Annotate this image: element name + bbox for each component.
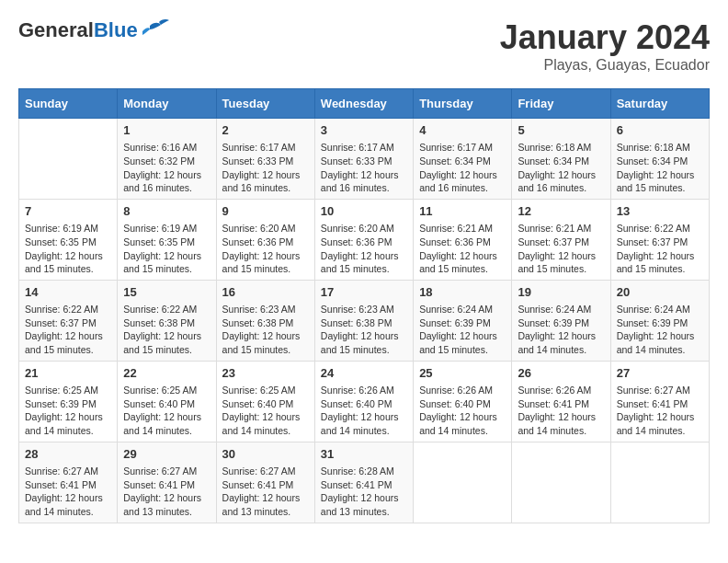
weekday-header-friday: Friday [512,89,610,119]
day-number: 6 [617,122,703,139]
day-number: 13 [617,203,703,220]
day-info: Sunrise: 6:24 AM Sunset: 6:39 PM Dayligh… [518,303,604,357]
day-number: 21 [25,365,111,382]
day-info: Sunrise: 6:24 AM Sunset: 6:39 PM Dayligh… [617,303,703,357]
day-info: Sunrise: 6:25 AM Sunset: 6:40 PM Dayligh… [123,384,210,438]
day-number: 9 [222,203,309,220]
calendar-cell: 4Sunrise: 6:17 AM Sunset: 6:34 PM Daylig… [414,119,512,200]
day-number: 5 [518,122,604,139]
day-info: Sunrise: 6:27 AM Sunset: 6:41 PM Dayligh… [617,384,703,438]
calendar-cell: 6Sunrise: 6:18 AM Sunset: 6:34 PM Daylig… [610,119,709,200]
day-number: 14 [25,284,111,301]
day-info: Sunrise: 6:27 AM Sunset: 6:41 PM Dayligh… [123,465,210,519]
day-number: 26 [518,365,604,382]
calendar-cell: 1Sunrise: 6:16 AM Sunset: 6:32 PM Daylig… [118,119,216,200]
day-info: Sunrise: 6:17 AM Sunset: 6:33 PM Dayligh… [321,141,407,195]
day-info: Sunrise: 6:20 AM Sunset: 6:36 PM Dayligh… [222,222,309,276]
weekday-header-wednesday: Wednesday [314,89,413,119]
calendar-cell: 10Sunrise: 6:20 AM Sunset: 6:36 PM Dayli… [314,199,413,280]
day-info: Sunrise: 6:23 AM Sunset: 6:38 PM Dayligh… [321,303,407,357]
day-number: 1 [123,122,210,139]
day-info: Sunrise: 6:17 AM Sunset: 6:34 PM Dayligh… [419,141,506,195]
weekday-header-row: SundayMondayTuesdayWednesdayThursdayFrid… [19,89,710,119]
day-number: 3 [321,122,407,139]
calendar-cell: 14Sunrise: 6:22 AM Sunset: 6:37 PM Dayli… [19,280,118,361]
day-number: 2 [222,122,309,139]
day-info: Sunrise: 6:22 AM Sunset: 6:38 PM Dayligh… [123,303,210,357]
logo-bird-icon [141,18,170,39]
day-number: 27 [617,365,703,382]
day-number: 15 [123,284,210,301]
calendar-week-row: 1Sunrise: 6:16 AM Sunset: 6:32 PM Daylig… [19,119,710,200]
day-info: Sunrise: 6:16 AM Sunset: 6:32 PM Dayligh… [123,141,210,195]
calendar-cell: 3Sunrise: 6:17 AM Sunset: 6:33 PM Daylig… [314,119,413,200]
calendar-cell: 29Sunrise: 6:27 AM Sunset: 6:41 PM Dayli… [118,442,216,523]
day-number: 19 [518,284,604,301]
day-info: Sunrise: 6:27 AM Sunset: 6:41 PM Dayligh… [222,465,309,519]
location-subtitle: Playas, Guayas, Ecuador [500,57,710,74]
title-block: January 2024 Playas, Guayas, Ecuador [500,18,710,74]
calendar-cell: 25Sunrise: 6:26 AM Sunset: 6:40 PM Dayli… [414,361,512,442]
day-number: 17 [321,284,407,301]
day-number: 11 [419,203,506,220]
day-number: 22 [123,365,210,382]
calendar-cell: 30Sunrise: 6:27 AM Sunset: 6:41 PM Dayli… [216,442,314,523]
calendar-cell: 7Sunrise: 6:19 AM Sunset: 6:35 PM Daylig… [19,199,118,280]
calendar-cell: 31Sunrise: 6:28 AM Sunset: 6:41 PM Dayli… [314,442,413,523]
calendar-cell: 26Sunrise: 6:26 AM Sunset: 6:41 PM Dayli… [512,361,610,442]
day-info: Sunrise: 6:21 AM Sunset: 6:37 PM Dayligh… [518,222,604,276]
day-number: 20 [617,284,703,301]
calendar-week-row: 14Sunrise: 6:22 AM Sunset: 6:37 PM Dayli… [19,280,710,361]
day-number: 4 [419,122,506,139]
calendar-cell: 8Sunrise: 6:19 AM Sunset: 6:35 PM Daylig… [118,199,216,280]
calendar-cell: 20Sunrise: 6:24 AM Sunset: 6:39 PM Dayli… [610,280,709,361]
calendar-table: SundayMondayTuesdayWednesdayThursdayFrid… [18,88,710,523]
calendar-week-row: 7Sunrise: 6:19 AM Sunset: 6:35 PM Daylig… [19,199,710,280]
day-number: 12 [518,203,604,220]
calendar-week-row: 28Sunrise: 6:27 AM Sunset: 6:41 PM Dayli… [19,442,710,523]
page-header: GeneralBlue January 2024 Playas, Guayas,… [18,18,710,74]
day-info: Sunrise: 6:26 AM Sunset: 6:41 PM Dayligh… [518,384,604,438]
logo: GeneralBlue [18,18,170,42]
day-number: 28 [25,446,111,463]
calendar-cell: 18Sunrise: 6:24 AM Sunset: 6:39 PM Dayli… [414,280,512,361]
day-info: Sunrise: 6:20 AM Sunset: 6:36 PM Dayligh… [321,222,407,276]
weekday-header-saturday: Saturday [610,89,709,119]
calendar-cell: 2Sunrise: 6:17 AM Sunset: 6:33 PM Daylig… [216,119,314,200]
day-number: 31 [321,446,407,463]
calendar-week-row: 21Sunrise: 6:25 AM Sunset: 6:39 PM Dayli… [19,361,710,442]
calendar-cell: 28Sunrise: 6:27 AM Sunset: 6:41 PM Dayli… [19,442,118,523]
day-number: 7 [25,203,111,220]
day-info: Sunrise: 6:17 AM Sunset: 6:33 PM Dayligh… [222,141,309,195]
day-info: Sunrise: 6:22 AM Sunset: 6:37 PM Dayligh… [617,222,703,276]
calendar-cell: 22Sunrise: 6:25 AM Sunset: 6:40 PM Dayli… [118,361,216,442]
calendar-cell: 24Sunrise: 6:26 AM Sunset: 6:40 PM Dayli… [314,361,413,442]
calendar-cell: 12Sunrise: 6:21 AM Sunset: 6:37 PM Dayli… [512,199,610,280]
calendar-cell [512,442,610,523]
day-info: Sunrise: 6:27 AM Sunset: 6:41 PM Dayligh… [25,465,111,519]
day-number: 30 [222,446,309,463]
weekday-header-monday: Monday [118,89,216,119]
day-number: 24 [321,365,407,382]
calendar-cell [610,442,709,523]
day-info: Sunrise: 6:26 AM Sunset: 6:40 PM Dayligh… [419,384,506,438]
day-info: Sunrise: 6:21 AM Sunset: 6:36 PM Dayligh… [419,222,506,276]
calendar-cell: 23Sunrise: 6:25 AM Sunset: 6:40 PM Dayli… [216,361,314,442]
day-number: 23 [222,365,309,382]
day-number: 29 [123,446,210,463]
calendar-cell: 9Sunrise: 6:20 AM Sunset: 6:36 PM Daylig… [216,199,314,280]
calendar-cell: 16Sunrise: 6:23 AM Sunset: 6:38 PM Dayli… [216,280,314,361]
calendar-cell: 15Sunrise: 6:22 AM Sunset: 6:38 PM Dayli… [118,280,216,361]
day-number: 8 [123,203,210,220]
day-number: 18 [419,284,506,301]
calendar-cell: 5Sunrise: 6:18 AM Sunset: 6:34 PM Daylig… [512,119,610,200]
day-info: Sunrise: 6:18 AM Sunset: 6:34 PM Dayligh… [518,141,604,195]
calendar-cell: 17Sunrise: 6:23 AM Sunset: 6:38 PM Dayli… [314,280,413,361]
day-info: Sunrise: 6:25 AM Sunset: 6:39 PM Dayligh… [25,384,111,438]
day-number: 25 [419,365,506,382]
logo-text: GeneralBlue [18,18,138,42]
day-info: Sunrise: 6:19 AM Sunset: 6:35 PM Dayligh… [123,222,210,276]
month-year-title: January 2024 [500,18,710,57]
day-info: Sunrise: 6:24 AM Sunset: 6:39 PM Dayligh… [419,303,506,357]
day-info: Sunrise: 6:23 AM Sunset: 6:38 PM Dayligh… [222,303,309,357]
